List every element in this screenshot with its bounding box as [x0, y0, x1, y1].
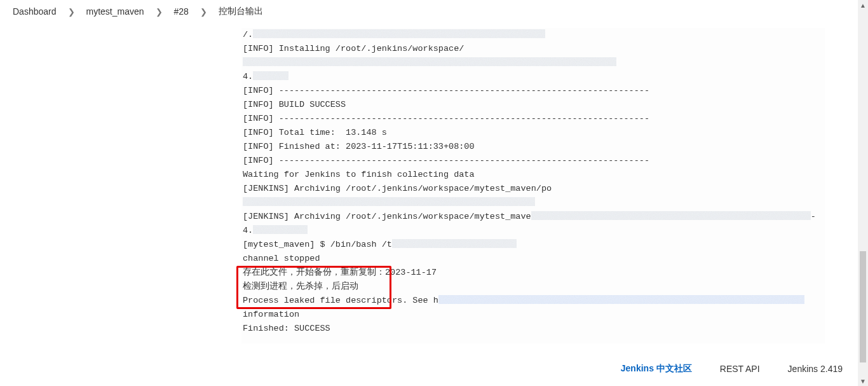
console-line: [INFO] Total time: 13.148 s — [243, 128, 387, 137]
breadcrumb-project[interactable]: mytest_maven — [84, 5, 147, 18]
chevron-right-icon: ❯ — [68, 7, 75, 17]
redacted-text — [531, 211, 811, 220]
breadcrumb-console[interactable]: 控制台输出 — [216, 4, 266, 18]
console-line: information — [243, 310, 299, 319]
console-line: /. — [243, 30, 253, 39]
console-line: [INFO] Finished at: 2023-11-17T15:11:33+… — [243, 142, 475, 151]
redacted-text — [243, 57, 616, 66]
console-output-panel: /. [INFO] Installing /root/.jenkins/work… — [241, 28, 825, 343]
scrollbar-track[interactable]: ▲ ▼ — [858, 0, 868, 386]
console-line: 检测到进程，先杀掉，后启动 — [243, 282, 358, 291]
redacted-text — [438, 295, 804, 304]
redacted-text — [392, 239, 517, 248]
page-footer: Jenkins 中文社区 REST API Jenkins 2.419 — [621, 363, 843, 375]
leaked-descriptors-link[interactable] — [438, 296, 804, 305]
breadcrumb-build[interactable]: #28 — [172, 5, 191, 18]
redacted-text — [243, 197, 535, 206]
console-line: [JENKINS] Archiving /root/.jenkins/works… — [243, 184, 552, 193]
rest-api-link[interactable]: REST API — [720, 364, 760, 374]
console-line: Waiting for Jenkins to finish collecting… — [243, 170, 475, 179]
scroll-up-arrow-icon[interactable]: ▲ — [858, 0, 868, 10]
console-line: [INFO] Installing /root/.jenkins/workspa… — [243, 44, 464, 53]
console-line: 4. — [243, 226, 253, 235]
chevron-right-icon: ❯ — [156, 7, 163, 17]
scroll-down-arrow-icon[interactable]: ▼ — [858, 376, 868, 386]
redacted-text — [253, 225, 308, 234]
svg-rect-5 — [253, 71, 288, 80]
svg-rect-1 — [253, 29, 545, 38]
svg-rect-11 — [253, 225, 308, 234]
console-output: /. [INFO] Installing /root/.jenkins/work… — [243, 28, 820, 336]
breadcrumb-dashboard[interactable]: Dashboard — [10, 5, 59, 18]
redacted-text — [253, 71, 288, 80]
console-line: [INFO] ---------------------------------… — [243, 156, 649, 165]
svg-rect-7 — [243, 197, 535, 206]
svg-rect-13 — [392, 239, 517, 248]
console-line: [INFO] BUILD SUCCESS — [243, 100, 346, 109]
console-line: [JENKINS] Archiving /root/.jenkins/works… — [243, 212, 531, 221]
jenkins-version-label: Jenkins 2.419 — [788, 364, 843, 374]
scrollbar-thumb[interactable] — [860, 251, 866, 362]
jenkins-cn-community-link[interactable]: Jenkins 中文社区 — [621, 363, 692, 375]
svg-rect-15 — [438, 295, 804, 304]
redacted-text — [253, 29, 545, 38]
console-line: 存在此文件，开始备份，重新复制：2023-11-17 — [243, 268, 437, 277]
console-line: Finished: SUCCESS — [243, 324, 330, 333]
chevron-right-icon: ❯ — [200, 7, 207, 17]
console-line: Process leaked file descriptors. See h — [243, 296, 438, 305]
breadcrumb: Dashboard ❯ mytest_maven ❯ #28 ❯ 控制台输出 — [0, 0, 868, 23]
console-line: [INFO] ---------------------------------… — [243, 114, 649, 123]
console-line: [INFO] ---------------------------------… — [243, 86, 649, 95]
svg-rect-9 — [531, 211, 811, 220]
console-line: [mytest_maven] $ /bin/bash /t — [243, 240, 392, 249]
svg-rect-3 — [243, 57, 616, 66]
console-line: channel stopped — [243, 254, 320, 263]
console-line: 4. — [243, 72, 253, 81]
